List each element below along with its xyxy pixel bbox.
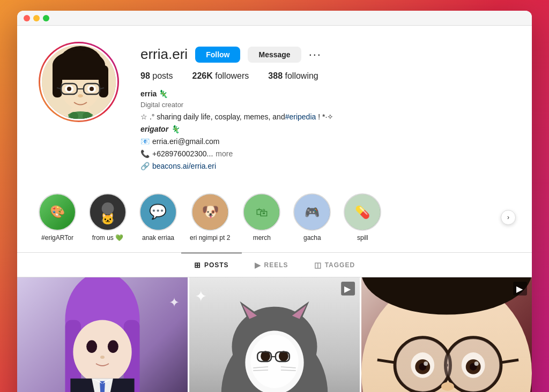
story-circle-eringimpi: 🐶: [191, 193, 229, 231]
story-circle-erigARTor: 🎨: [39, 193, 76, 231]
phone-icon: 📞: [140, 148, 150, 160]
email-icon: 📧: [140, 136, 150, 147]
svg-point-87: [424, 361, 428, 366]
bio-link-anchor[interactable]: beacons.ai/erria.eri: [152, 161, 216, 172]
svg-point-59: [250, 335, 298, 388]
app-window: erria.eri Follow Message ··· 98 posts 22…: [17, 11, 532, 392]
story-circle-anakerriaa: 💬: [139, 193, 177, 231]
stories-section: 🎨 #erigARTor 🐱 from us 💚 💬: [17, 183, 532, 253]
followers-count: 226K: [192, 71, 213, 80]
svg-line-66: [253, 370, 268, 370]
post-item-3[interactable]: ▶: [361, 277, 532, 393]
story-label-anakerriaa: anak erriaa: [142, 234, 174, 242]
bio-text-line1: ☆ .° sharing daily life, cosplay, memes,…: [140, 111, 510, 123]
svg-text:🎨: 🎨: [50, 204, 65, 218]
bio-more[interactable]: more: [216, 148, 233, 160]
following-count: 388: [268, 71, 283, 80]
svg-text:▶: ▶: [344, 284, 351, 293]
tab-tagged[interactable]: ◫ TAGGED: [301, 253, 368, 277]
svg-point-42: [86, 340, 97, 353]
svg-rect-2: [53, 65, 62, 97]
svg-point-88: [474, 361, 479, 366]
bio-role: Digital creator: [140, 100, 510, 110]
followers-stat[interactable]: 226K followers: [192, 71, 249, 81]
posts-grid: ✦: [17, 277, 532, 393]
svg-point-14: [78, 94, 83, 97]
posts-count: 98: [140, 71, 150, 80]
reels-tab-icon: ▶: [255, 261, 261, 269]
story-circle-merch: 🛍: [243, 193, 280, 231]
avatar-inner: [40, 43, 117, 120]
story-anakerriaa[interactable]: 💬 anak erriaa: [139, 193, 177, 242]
story-label-fromus: from us 💚: [92, 234, 123, 242]
story-erigARTor[interactable]: 🎨 #erigARTor: [39, 193, 76, 242]
svg-text:🎮: 🎮: [305, 205, 320, 220]
story-label-merch: merch: [253, 234, 271, 242]
maximize-button[interactable]: [43, 15, 49, 21]
svg-text:🛍: 🛍: [256, 206, 268, 219]
svg-point-1: [58, 46, 103, 85]
svg-point-43: [108, 340, 118, 353]
avatar: [39, 42, 119, 122]
svg-line-68: [281, 370, 296, 370]
story-circle-fromus: 🐱: [89, 193, 127, 231]
tagged-tab-icon: ◫: [314, 261, 322, 269]
story-gacha[interactable]: 🎮 gacha: [293, 193, 331, 242]
stories-next-button[interactable]: ›: [501, 210, 516, 225]
story-label-spill: spill: [357, 234, 368, 242]
bio-section: erria 🦎 Digital creator ☆ .° sharing dai…: [140, 88, 510, 172]
svg-rect-20: [58, 114, 69, 120]
svg-point-89: [441, 382, 454, 390]
minimize-button[interactable]: [33, 15, 40, 21]
svg-text:💊: 💊: [355, 205, 370, 220]
bio-link: 🔗 beacons.ai/erria.eri: [140, 161, 510, 172]
stats-row: 98 posts 226K followers 388 following: [140, 71, 510, 81]
svg-point-44: [100, 356, 105, 359]
tabs-section: ⊞ POSTS ▶ REELS ◫ TAGGED: [17, 253, 532, 277]
post-item-2[interactable]: ✦ ▶: [189, 277, 360, 393]
tab-posts[interactable]: ⊞ POSTS: [181, 253, 242, 277]
following-stat[interactable]: 388 following: [268, 71, 318, 81]
username-row: erria.eri Follow Message ···: [140, 46, 510, 63]
svg-rect-3: [99, 65, 108, 97]
svg-text:💬: 💬: [150, 203, 167, 220]
followers-label: followers: [215, 71, 249, 80]
svg-point-19: [83, 112, 91, 120]
story-label-gacha: gacha: [303, 234, 321, 242]
story-label-erigARTor: #erigARTor: [41, 234, 73, 242]
profile-header: erria.eri Follow Message ··· 98 posts 22…: [39, 42, 510, 172]
message-button[interactable]: Message: [248, 47, 301, 63]
svg-point-41: [73, 320, 131, 383]
svg-point-13: [90, 87, 94, 91]
svg-text:✦: ✦: [169, 295, 180, 309]
svg-text:✦: ✦: [195, 288, 207, 304]
bio-name: erria 🦎: [140, 88, 510, 100]
post-item-1[interactable]: ✦: [17, 277, 188, 393]
posts-stat[interactable]: 98 posts: [140, 71, 173, 81]
more-options-button[interactable]: ···: [309, 49, 322, 61]
story-eringimpi[interactable]: 🐶 eri ngimpi pt 2: [190, 193, 230, 242]
story-merch[interactable]: 🛍 merch: [243, 193, 280, 242]
bio-email: 📧 erria.eri@gmail.com: [140, 136, 510, 147]
posts-label: posts: [152, 71, 173, 80]
tab-posts-label: POSTS: [204, 261, 229, 269]
username: erria.eri: [140, 46, 188, 63]
tab-reels[interactable]: ▶ REELS: [242, 253, 301, 277]
profile-info: erria.eri Follow Message ··· 98 posts 22…: [140, 42, 510, 172]
svg-text:🐱: 🐱: [101, 212, 115, 225]
tab-tagged-label: TAGGED: [325, 261, 355, 269]
story-fromus[interactable]: 🐱 from us 💚: [89, 193, 127, 242]
close-button[interactable]: [24, 15, 30, 21]
svg-point-12: [67, 87, 71, 91]
posts-tab-icon: ⊞: [194, 261, 201, 269]
following-label: following: [285, 71, 318, 80]
hashtag-link[interactable]: #eripedia: [285, 112, 316, 121]
svg-text:🐶: 🐶: [201, 203, 219, 220]
bio-phone: 📞 +628976002300... more: [140, 148, 510, 160]
story-label-eringimpi: eri ngimpi pt 2: [190, 234, 230, 242]
story-spill[interactable]: 💊 spill: [344, 193, 381, 242]
follow-button[interactable]: Follow: [195, 47, 240, 63]
story-circle-gacha: 🎮: [293, 193, 331, 231]
profile-photo: [42, 45, 116, 119]
svg-text:▶: ▶: [516, 284, 523, 293]
